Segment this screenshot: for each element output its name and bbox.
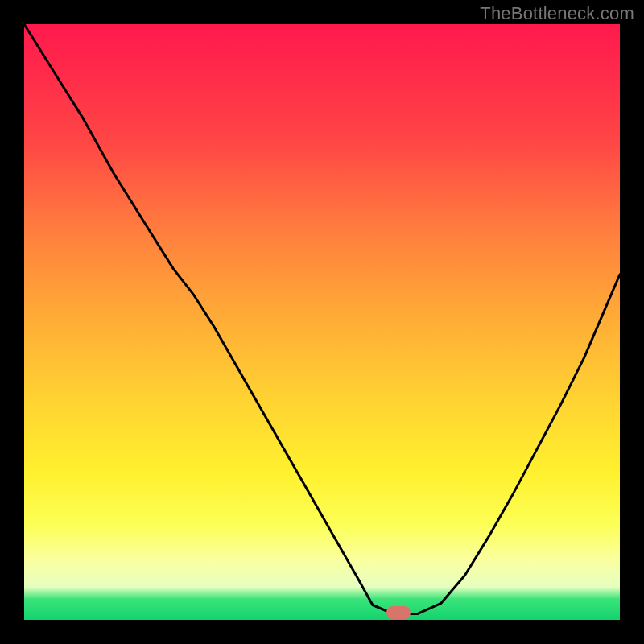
watermark-text: TheBottleneck.com <box>480 3 634 24</box>
curve-svg <box>24 24 620 620</box>
optimum-marker <box>386 606 411 619</box>
chart-frame: TheBottleneck.com <box>0 0 644 644</box>
plot-area <box>24 24 620 620</box>
bottleneck-curve <box>24 24 620 614</box>
